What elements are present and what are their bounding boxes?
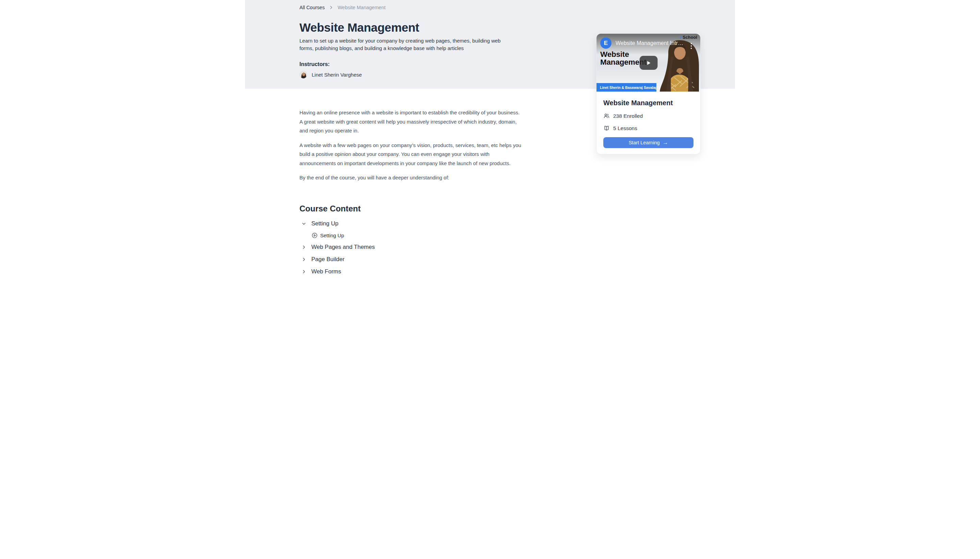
about-paragraph: By the end of the course, you will have … xyxy=(299,173,551,182)
course-content-heading: Course Content xyxy=(299,204,551,213)
page-title: Website Management xyxy=(299,21,735,35)
fschool-suffix: School xyxy=(683,35,697,40)
fschool-prefix: F xyxy=(680,35,683,40)
instructor-avatar xyxy=(299,71,307,79)
thumbnail-person-image xyxy=(658,40,700,92)
lesson-item-setting-up[interactable]: Setting Up xyxy=(299,230,551,241)
arrow-right-icon: → xyxy=(663,140,668,146)
enrolled-stat: 238 Enrolled xyxy=(603,113,693,119)
course-section-label: Web Forms xyxy=(311,268,341,275)
play-icon xyxy=(645,60,652,66)
channel-logo[interactable]: E xyxy=(600,38,612,49)
chevron-down-icon xyxy=(302,221,306,226)
lessons-stat: 5 Lessons xyxy=(603,125,693,131)
course-section-label: Web Pages and Themes xyxy=(311,244,375,251)
video-player[interactable]: E Website Management Intr… FSchool Websi… xyxy=(597,34,700,92)
video-caption-text: Linet Sherin & Basawaraj Savalagi xyxy=(600,86,658,89)
course-card-title: Website Management xyxy=(603,99,693,107)
enrolled-count: 238 Enrolled xyxy=(613,113,643,119)
chevron-right-icon xyxy=(329,5,333,10)
video-menu-button[interactable] xyxy=(691,43,692,49)
video-title-overlay[interactable]: Website Management Intr… xyxy=(615,40,686,46)
fschool-watermark: FSchool xyxy=(680,35,697,40)
users-icon xyxy=(603,113,610,119)
start-learning-button[interactable]: Start Learning → xyxy=(603,137,693,148)
course-content-list: Setting Up Setting Up Web Pages and Them… xyxy=(299,218,551,278)
play-button[interactable] xyxy=(639,56,657,70)
breadcrumb-all-courses-link[interactable]: All Courses xyxy=(299,5,325,10)
chevron-right-icon xyxy=(302,269,306,274)
course-section-label: Setting Up xyxy=(311,220,338,227)
course-section-label: Page Builder xyxy=(311,256,344,263)
book-open-icon xyxy=(603,125,610,131)
play-circle-icon xyxy=(312,233,317,238)
about-paragraph: A website with a few web pages on your c… xyxy=(299,141,551,168)
main-content: Having an online presence with a website… xyxy=(299,89,551,278)
course-section-page-builder[interactable]: Page Builder xyxy=(299,253,551,266)
course-card: E Website Management Intr… FSchool Websi… xyxy=(596,33,701,155)
lesson-label: Setting Up xyxy=(320,233,344,238)
chevron-right-icon xyxy=(302,245,306,250)
course-section-setting-up[interactable]: Setting Up xyxy=(299,218,551,230)
course-section-web-pages-and-themes[interactable]: Web Pages and Themes xyxy=(299,241,551,253)
course-section-web-forms[interactable]: Web Forms xyxy=(299,266,551,278)
chevron-right-icon xyxy=(302,257,306,262)
start-learning-label: Start Learning xyxy=(629,140,660,146)
video-caption-bar: Linet Sherin & Basawaraj Savalagi xyxy=(597,83,657,92)
breadcrumb: All Courses Website Management xyxy=(299,5,735,10)
page: All Courses Website Management Website M… xyxy=(245,0,735,280)
lessons-count: 5 Lessons xyxy=(613,125,637,131)
instructor-name: Linet Sherin Varghese xyxy=(312,72,362,78)
breadcrumb-current: Website Management xyxy=(338,5,386,10)
course-card-body: Website Management 238 Enrolled 5 Lesson… xyxy=(597,99,700,154)
about-paragraph: Having an online presence with a website… xyxy=(299,108,551,136)
